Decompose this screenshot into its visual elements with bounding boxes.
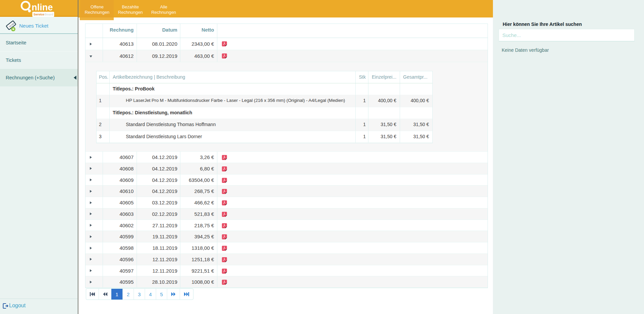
svg-text:nline: nline <box>32 2 53 12</box>
svg-text:Service: Service <box>34 13 44 16</box>
svg-text:-Board: -Board <box>44 13 53 16</box>
